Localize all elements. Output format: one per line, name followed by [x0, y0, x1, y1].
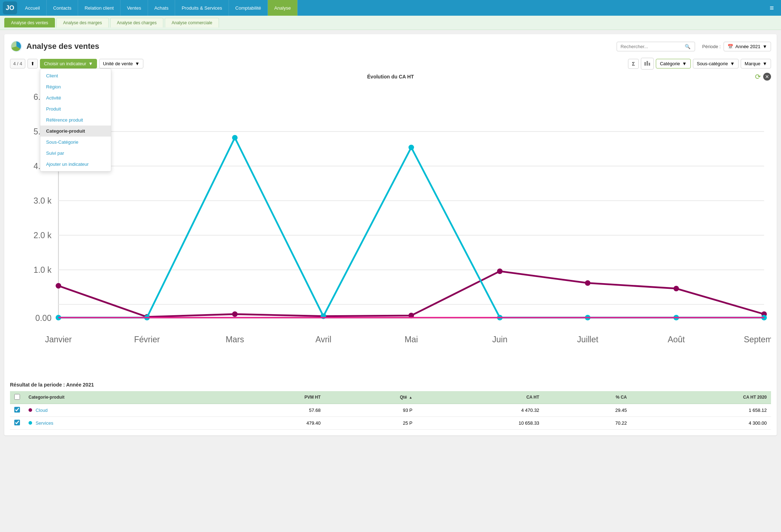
- row-name-cloud: Cloud: [24, 404, 218, 416]
- svg-point-28: [56, 283, 61, 289]
- menu-item-client[interactable]: Client: [40, 70, 111, 81]
- row-name-services: Services: [24, 416, 218, 429]
- page-header: Analyse des ventes 🔍 Période : 📅 Année 2…: [10, 40, 771, 53]
- export-icon: ⬆: [31, 61, 35, 66]
- chevron-down-icon: ▼: [135, 61, 140, 66]
- indicator-dropdown-container: Choisir un indicateur ▼ Client Région Ac…: [40, 59, 97, 68]
- svg-point-41: [408, 145, 414, 150]
- close-chart-button[interactable]: ✕: [763, 73, 771, 81]
- nav-produits-services[interactable]: Produits & Services: [175, 0, 229, 16]
- unit-dropdown[interactable]: Unité de vente ▼: [99, 59, 144, 68]
- results-table: Categorie-produit PVM HT Qté ▲ CA HT % C…: [10, 391, 771, 430]
- svg-point-33: [497, 268, 503, 274]
- group-marque[interactable]: Marque ▼: [741, 59, 771, 68]
- main-content: Analyse des ventes 🔍 Période : 📅 Année 2…: [4, 34, 777, 435]
- search-box: 🔍: [617, 42, 695, 51]
- menu-item-produit[interactable]: Produit: [40, 103, 111, 114]
- menu-item-activite[interactable]: Activité: [40, 92, 111, 103]
- table-row: Cloud 57.68 93 P 4 470.32 29.45 1 658.12: [10, 404, 771, 416]
- svg-rect-3: [649, 63, 650, 66]
- sub-navigation: Analyse des ventes Analyse des marges An…: [0, 16, 781, 30]
- svg-text:Février: Février: [134, 335, 160, 344]
- menu-item-suivi-par[interactable]: Suivi par: [40, 148, 111, 159]
- refresh-icon[interactable]: ⟳: [755, 72, 761, 81]
- menu-item-categorie-produit[interactable]: Categorie-produit: [40, 126, 111, 137]
- chevron-down-icon: ▼: [762, 61, 767, 66]
- menu-item-ajouter-indicateur[interactable]: Ajouter un indicateur: [40, 159, 111, 170]
- tab-analyse-marges[interactable]: Analyse des marges: [56, 18, 109, 27]
- period-label: Période :: [702, 44, 721, 49]
- menu-item-region[interactable]: Région: [40, 81, 111, 92]
- chevron-down-icon: ▼: [88, 61, 93, 66]
- app-logo: JO: [3, 1, 17, 14]
- top-navigation: JO Accueil Contacts Relation client Vent…: [0, 0, 781, 16]
- indicator-menu: Client Région Activité Produit Référence…: [40, 68, 111, 172]
- svg-rect-1: [644, 62, 646, 66]
- group-sous-categorie[interactable]: Sous-catégorie ▼: [693, 59, 739, 68]
- results-section: Résultat de la periode : Année 2021 Cate…: [10, 382, 771, 430]
- svg-text:Septembre: Septembre: [744, 335, 771, 344]
- unit-label: Unité de vente: [103, 61, 133, 66]
- row-checkbox-cloud[interactable]: [14, 407, 20, 413]
- chart-actions: ⟳ ✕: [755, 72, 771, 81]
- svg-rect-2: [647, 61, 648, 66]
- svg-text:Janvier: Janvier: [45, 335, 72, 344]
- chart-type-button[interactable]: [641, 58, 654, 70]
- ca-ht-cloud: 4 470.32: [417, 404, 544, 416]
- calendar-icon: 📅: [728, 44, 733, 49]
- link-services[interactable]: Services: [36, 420, 53, 426]
- indicator-label: Choisir un indicateur: [44, 61, 86, 66]
- chart-area: Évolution du CA HT ⟳ ✕ 6.0 k 5.0 k 4.: [10, 74, 771, 375]
- line-chart: 6.0 k 5.0 k 4.0 k 3.0 k 2.0 k 1.0 k 0.00…: [10, 83, 771, 374]
- search-input[interactable]: [621, 44, 685, 49]
- period-button[interactable]: 📅 Année 2021 ▼: [724, 42, 771, 51]
- nav-accueil[interactable]: Accueil: [19, 0, 47, 16]
- indicator-dropdown[interactable]: Choisir un indicateur ▼: [40, 59, 97, 68]
- nav-relation-client[interactable]: Relation client: [78, 0, 121, 16]
- chevron-down-icon: ▼: [762, 44, 767, 49]
- nav-analyse[interactable]: Analyse: [268, 0, 297, 16]
- th-pct-ca: % CA: [543, 391, 631, 404]
- link-cloud[interactable]: Cloud: [36, 408, 48, 413]
- nav-items: Accueil Contacts Relation client Ventes …: [19, 0, 765, 16]
- th-qte[interactable]: Qté ▲: [325, 391, 417, 404]
- toolbar: 4 / 4 ⬆ Choisir un indicateur ▼ Client R…: [10, 58, 771, 70]
- svg-text:Avril: Avril: [315, 335, 331, 344]
- group-sous-categorie-label: Sous-catégorie: [697, 61, 728, 66]
- select-all-checkbox[interactable]: [14, 394, 20, 400]
- period-selector: Période : 📅 Année 2021 ▼: [702, 42, 771, 51]
- tab-analyse-charges[interactable]: Analyse des charges: [110, 18, 163, 27]
- svg-text:Mars: Mars: [226, 335, 244, 344]
- svg-point-34: [585, 280, 591, 286]
- menu-item-ref-produit[interactable]: Référence produit: [40, 114, 111, 126]
- group-categorie[interactable]: Catégorie ▼: [656, 59, 690, 68]
- nav-achats[interactable]: Achats: [148, 0, 175, 16]
- sigma-button[interactable]: Σ: [628, 59, 639, 69]
- menu-item-sous-categorie[interactable]: Sous-Catégorie: [40, 137, 111, 148]
- tab-analyse-ventes[interactable]: Analyse des ventes: [4, 18, 55, 27]
- row-checkbox-cell: [10, 416, 24, 429]
- svg-point-35: [673, 286, 679, 291]
- th-ca-ht-2020: CA HT 2020: [631, 391, 771, 404]
- export-button[interactable]: ⬆: [27, 59, 38, 68]
- ca-ht-2020-cloud: 1 658.12: [631, 404, 771, 416]
- bar-chart-icon: [644, 60, 650, 66]
- color-dot-services: [29, 421, 32, 425]
- chevron-down-icon: ▼: [730, 61, 735, 66]
- svg-point-39: [232, 135, 238, 140]
- chart-container: 6.0 k 5.0 k 4.0 k 3.0 k 2.0 k 1.0 k 0.00…: [10, 83, 771, 375]
- page-icon: [10, 40, 23, 53]
- tab-analyse-commerciale[interactable]: Analyse commerciale: [165, 18, 219, 27]
- svg-text:2.0 k: 2.0 k: [34, 231, 52, 240]
- svg-point-30: [232, 311, 238, 317]
- group-marque-label: Marque: [745, 61, 760, 66]
- row-checkbox-services[interactable]: [14, 420, 20, 425]
- nav-comptabilite[interactable]: Comptabilité: [229, 0, 268, 16]
- table-header-row: Categorie-produit PVM HT Qté ▲ CA HT % C…: [10, 391, 771, 404]
- period-value: Année 2021: [735, 44, 760, 49]
- nav-contacts[interactable]: Contacts: [47, 0, 78, 16]
- hamburger-menu[interactable]: ≡: [765, 4, 778, 12]
- svg-text:Août: Août: [668, 335, 685, 344]
- ca-ht-services: 10 658.33: [417, 416, 544, 429]
- nav-ventes[interactable]: Ventes: [121, 0, 148, 16]
